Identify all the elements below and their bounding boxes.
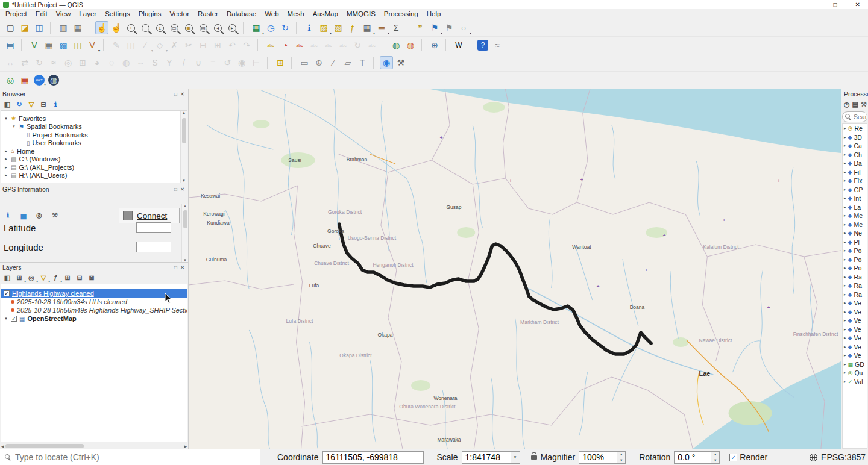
expand-icon[interactable]: ▸: [844, 231, 846, 236]
epsg-label[interactable]: EPSG:3857: [821, 452, 868, 462]
zoom-last-icon[interactable]: ◂: [211, 21, 224, 34]
processing-group-ca[interactable]: ▸◆Ca: [843, 142, 867, 151]
latitude-field[interactable]: [136, 222, 171, 233]
show-bookmarks-icon[interactable]: ⚑: [442, 21, 456, 34]
processing-group-ve[interactable]: ▸◆Ve: [843, 325, 867, 334]
menu-database[interactable]: Database: [222, 10, 260, 18]
identify-features-icon[interactable]: ℹ: [303, 21, 316, 34]
processing-group-qu[interactable]: ▸◎Qu: [843, 369, 867, 378]
gps-vertical-scrollbar[interactable]: ▲ ▼: [181, 204, 188, 262]
processing-search-input[interactable]: [854, 113, 867, 120]
gps-signal-strength-icon[interactable]: ▅: [19, 210, 28, 220]
processing-group-3d[interactable]: ▸◆3D: [843, 133, 867, 142]
maximize-button[interactable]: □: [834, 1, 837, 8]
expand-all-layers-icon[interactable]: ⊞: [63, 273, 72, 282]
close-button[interactable]: ✕: [855, 1, 860, 8]
processing-group-gp[interactable]: ▸◆GP: [843, 186, 867, 195]
remove-layer-icon[interactable]: ⊠: [87, 273, 96, 282]
expand-icon[interactable]: ▸: [4, 173, 8, 178]
browser-item-project-bookmarks[interactable]: ▯Project Bookmarks: [1, 131, 187, 139]
processing-group-da[interactable]: ▸◆Da: [843, 159, 867, 168]
processing-group-ra[interactable]: ▸◆Ra: [843, 290, 867, 299]
open-data-source-manager-icon[interactable]: ▤: [4, 39, 17, 52]
rotation-spinbox[interactable]: ▲▼: [674, 451, 720, 464]
processing-group-fix[interactable]: ▸◆Fix: [843, 176, 867, 186]
processing-group-ve[interactable]: ▸◆Ve: [843, 299, 867, 308]
layer-item-2025-10-28-10h56m49s-highlands-highway-shhip-section-na[interactable]: 2025-10-28 10h56m49s Highlands Highway_S…: [1, 306, 187, 314]
dropdown-arrow-icon[interactable]: ▾: [24, 279, 26, 283]
menu-view[interactable]: View: [52, 10, 75, 18]
temporal-controller-icon[interactable]: ◷: [264, 21, 277, 34]
open-layer-styling-icon[interactable]: ◧: [2, 273, 12, 282]
expand-icon[interactable]: ▸: [844, 187, 846, 192]
osm-place-search-icon[interactable]: ◍: [389, 39, 403, 52]
layout-manager-icon[interactable]: ▦: [71, 21, 84, 34]
expand-icon[interactable]: ▸: [844, 152, 846, 157]
pan-to-selection-icon[interactable]: ☝: [110, 21, 123, 34]
expand-icon[interactable]: ▸: [4, 149, 8, 154]
filter-by-expression-icon[interactable]: ƒ▾: [51, 273, 60, 282]
zoom-full-icon[interactable]: ▭: [168, 21, 181, 34]
scroll-right-icon[interactable]: ▶: [184, 444, 187, 448]
map-canvas[interactable]: BrahmanSausiGusapKesawaiKerowagiKundiawa…: [189, 89, 841, 449]
line-annotation-icon[interactable]: ∕: [327, 56, 340, 69]
new-spatial-bookmark-icon[interactable]: ⚑▾: [428, 21, 441, 34]
deselect-features-icon[interactable]: ▧: [332, 21, 345, 34]
move-annotation-icon[interactable]: ⊕: [312, 56, 326, 69]
measure-line-icon[interactable]: ═▾: [375, 21, 388, 34]
expand-icon[interactable]: ▸: [844, 353, 846, 358]
scale-dropdown-icon[interactable]: ▾: [511, 452, 520, 463]
collapse-icon[interactable]: ▾: [11, 124, 16, 129]
processing-group-po[interactable]: ▸◆Po: [843, 255, 867, 264]
metasearch-icon[interactable]: ◉: [380, 56, 393, 69]
scroll-left-icon[interactable]: ◀: [1, 444, 4, 448]
render-check-icon[interactable]: ✓: [729, 454, 737, 461]
browser-item-user-bookmarks[interactable]: ▯User Bookmarks: [1, 139, 187, 148]
processing-group-ve[interactable]: ▸◆Ve: [843, 308, 867, 317]
menu-raster[interactable]: Raster: [193, 10, 222, 18]
coordinate-capture-icon[interactable]: ⊕: [428, 39, 441, 52]
zoom-magnifier-icon[interactable]: ○▾: [457, 21, 470, 34]
processing-search-box[interactable]: [842, 111, 867, 122]
magnifier-spinbox[interactable]: ▲▼: [579, 451, 626, 464]
expand-icon[interactable]: ▸: [4, 157, 8, 161]
pan-map-icon[interactable]: ☝: [95, 21, 108, 34]
menu-ausmap[interactable]: AusMap: [309, 10, 342, 18]
expand-icon[interactable]: ▸: [844, 257, 846, 262]
collapse-icon[interactable]: ▾: [4, 316, 8, 321]
mmqgis-tools-icon[interactable]: ▦: [18, 73, 31, 87]
select-by-form-icon[interactable]: ƒ: [346, 21, 359, 34]
browser-vertical-scrollbar[interactable]: ▲ ▼: [180, 111, 187, 183]
layer-checkbox[interactable]: ✓: [11, 316, 17, 322]
browser-item-g-akl-projects[interactable]: ▸▤G:\ (AKL_Projects): [1, 163, 187, 172]
filter-browser-icon[interactable]: ▽: [27, 99, 36, 109]
georeferencer-icon[interactable]: ⊞: [274, 56, 287, 69]
map-tips-icon[interactable]: ❞: [414, 21, 427, 34]
text-annotation-icon[interactable]: T: [356, 56, 369, 69]
qgis-resource-sharing-icon[interactable]: ◎: [4, 73, 17, 87]
zoom-to-layer-icon[interactable]: ▤: [197, 21, 210, 34]
layer-diagram-icon[interactable]: ◔: [278, 39, 292, 52]
menu-web[interactable]: Web: [260, 10, 283, 18]
browser-item-spatial-bookmarks[interactable]: ▾⚑Spatial Bookmarks: [1, 123, 187, 131]
rotation-spin-buttons[interactable]: ▲▼: [711, 452, 719, 463]
new-3d-map-view-icon[interactable]: ▦▾: [250, 21, 263, 34]
new-print-layout-icon[interactable]: ▥: [57, 21, 70, 34]
add-mesh-layer-icon[interactable]: ▩: [57, 39, 70, 52]
select-features-icon[interactable]: ▨▾: [317, 21, 330, 34]
browser-item-c-windows[interactable]: ▸▤C:\ (Windows): [1, 155, 187, 164]
add-delimited-text-layer-icon[interactable]: ◫: [71, 39, 84, 52]
scrollbar-thumb[interactable]: [182, 118, 186, 143]
connect-button[interactable]: Connect: [119, 208, 180, 223]
dropdown-arrow-icon[interactable]: ▾: [44, 82, 46, 86]
open-project-icon[interactable]: ◪: [18, 21, 31, 34]
refresh-map-icon[interactable]: ↻: [278, 21, 292, 34]
layer-item-openstreetmap[interactable]: ▾✓▦OpenStreetMap: [1, 314, 187, 323]
filter-legend-icon[interactable]: ▽▾: [39, 273, 48, 282]
save-project-icon[interactable]: ◫: [33, 21, 46, 34]
gps-options-icon[interactable]: ⚒: [50, 210, 60, 220]
layer-item-highlands-highway-cleaned[interactable]: ✓Highlands Highway cleaned: [1, 289, 187, 298]
render-checkbox[interactable]: ✓ Render: [729, 452, 767, 462]
globe-plugin-icon[interactable]: ◍: [48, 75, 59, 86]
processing-history-icon[interactable]: ◷: [844, 99, 850, 109]
